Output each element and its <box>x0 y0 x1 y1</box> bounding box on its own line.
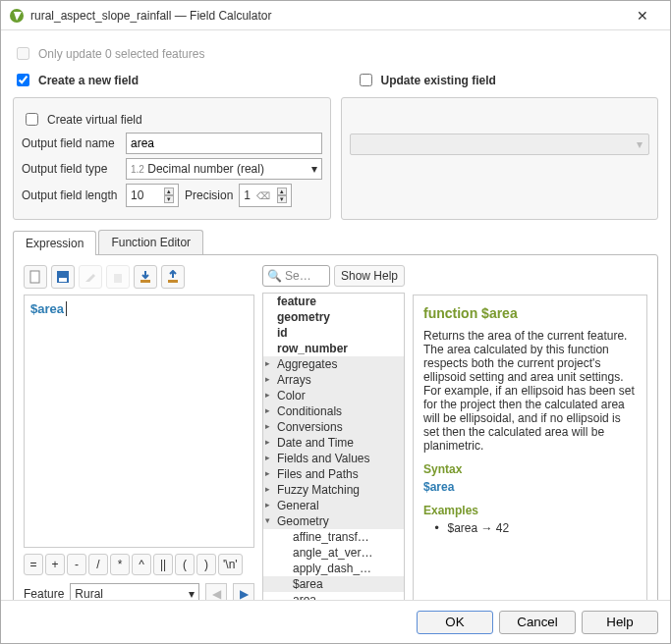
svg-rect-3 <box>59 278 67 282</box>
function-tree[interactable]: featuregeometryidrow_number▸Aggregates▸A… <box>262 293 405 600</box>
output-name-label: Output field name <box>22 136 120 150</box>
search-icon: 🔍 <box>267 269 282 283</box>
clear-icon[interactable]: ⌫ <box>256 190 270 201</box>
only-update-label: Only update 0 selected features <box>38 47 204 61</box>
close-icon[interactable]: ✕ <box>623 8 662 24</box>
function-search-input[interactable]: 🔍 Se… <box>262 265 330 287</box>
create-virtual-row[interactable]: Create virtual field <box>22 110 322 129</box>
update-field-select: ▾ <box>350 134 650 155</box>
precision-spin[interactable]: 1 ⌫ ▴▾ <box>239 184 292 207</box>
chevron-right-icon: ▸ <box>265 468 270 478</box>
precision-label: Precision <box>185 188 233 202</box>
new-file-icon[interactable] <box>24 265 47 289</box>
chevron-right-icon: ▸ <box>265 405 270 415</box>
update-existing-checkbox[interactable] <box>360 74 372 86</box>
tree-group[interactable]: ▸Fields and Values <box>263 451 404 466</box>
chevron-down-icon: ▾ <box>189 587 195 600</box>
chevron-right-icon: ▸ <box>265 358 270 368</box>
help-button[interactable]: Help <box>582 611 658 634</box>
spin-down-icon[interactable]: ▾ <box>164 195 174 203</box>
svg-rect-5 <box>140 280 150 283</box>
create-new-row[interactable]: Create a new field <box>13 71 316 89</box>
chevron-right-icon: ▸ <box>265 500 270 510</box>
show-help-button[interactable]: Show Help <box>334 265 405 287</box>
chevron-right-icon: ▸ <box>265 390 270 400</box>
titlebar: rural_aspect_slope_rainfall — Field Calc… <box>1 1 670 30</box>
tree-function[interactable]: apply_dash_… <box>263 561 404 576</box>
svg-rect-4 <box>114 274 122 283</box>
new-field-panel: Create virtual field Output field name O… <box>13 97 331 220</box>
spin-up-icon[interactable]: ▴ <box>277 188 287 195</box>
output-name-input[interactable] <box>126 133 322 154</box>
tree-group[interactable]: ▸Date and Time <box>263 435 404 451</box>
feature-select[interactable]: Rural ▾ <box>70 583 199 600</box>
tree-group[interactable]: ▸General <box>263 498 404 513</box>
cancel-button[interactable]: Cancel <box>499 611 576 634</box>
tree-function[interactable]: $area <box>263 576 404 592</box>
operator-button[interactable]: / <box>88 554 108 575</box>
spin-down-icon[interactable]: ▾ <box>277 195 287 203</box>
only-update-row: Only update 0 selected features <box>13 44 658 63</box>
prev-feature-button[interactable]: ◀ <box>205 583 227 600</box>
update-existing-row[interactable]: Update existing field <box>356 71 659 89</box>
operator-button[interactable]: * <box>110 554 130 575</box>
tree-item[interactable]: row_number <box>263 341 404 356</box>
chevron-right-icon: ▸ <box>265 437 270 447</box>
tree-group[interactable]: ▾Geometry <box>263 513 404 529</box>
tree-item[interactable]: geometry <box>263 309 404 325</box>
tree-group[interactable]: ▸Conditionals <box>263 403 404 419</box>
feature-label: Feature <box>24 587 64 600</box>
operator-button[interactable]: || <box>153 554 173 575</box>
spin-up-icon[interactable]: ▴ <box>164 188 174 195</box>
help-title: function $area <box>423 305 637 321</box>
chevron-right-icon: ▸ <box>265 421 270 431</box>
export-icon[interactable] <box>161 265 185 289</box>
update-field-panel: ▾ <box>341 97 659 220</box>
chevron-down-icon: ▾ <box>265 515 270 525</box>
tab-expression[interactable]: Expression <box>13 231 96 255</box>
help-body: Returns the area of the current feature.… <box>423 329 637 453</box>
tree-item[interactable]: feature <box>263 294 404 309</box>
tree-function[interactable]: affine_transf… <box>263 529 404 545</box>
output-length-spin[interactable]: 10 ▴▾ <box>126 184 179 207</box>
operator-button[interactable]: '\n' <box>218 554 243 575</box>
expression-editor[interactable]: $area <box>24 295 254 548</box>
only-update-checkbox <box>17 47 29 60</box>
operator-button[interactable]: = <box>24 554 43 575</box>
ok-button[interactable]: OK <box>417 611 493 634</box>
create-new-checkbox[interactable] <box>17 74 29 86</box>
tree-function[interactable]: angle_at_ver… <box>263 545 404 561</box>
operator-button[interactable]: + <box>45 554 65 575</box>
operator-button[interactable]: ( <box>175 554 195 575</box>
svg-rect-1 <box>30 271 39 283</box>
import-icon[interactable] <box>134 265 157 289</box>
save-icon[interactable] <box>51 265 75 289</box>
help-syntax-label: Syntax <box>423 462 637 476</box>
update-existing-label: Update existing field <box>381 74 496 87</box>
window-title: rural_aspect_slope_rainfall — Field Calc… <box>30 9 623 23</box>
tree-group[interactable]: ▸Color <box>263 388 404 403</box>
create-virtual-checkbox[interactable] <box>26 113 38 126</box>
operator-row: =+-/*^||()'\n' <box>24 554 254 575</box>
field-calculator-window: rural_aspect_slope_rainfall — Field Calc… <box>0 0 671 644</box>
svg-rect-6 <box>168 280 178 283</box>
dialog-buttons: OK Cancel Help <box>1 600 670 643</box>
chevron-right-icon: ▸ <box>265 374 270 384</box>
operator-button[interactable]: ) <box>196 554 216 575</box>
tree-item[interactable]: id <box>263 325 404 341</box>
create-virtual-label: Create virtual field <box>47 113 142 127</box>
chevron-right-icon: ▸ <box>265 484 270 494</box>
next-feature-button[interactable]: ▶ <box>233 583 254 600</box>
tree-group[interactable]: ▸Aggregates <box>263 356 404 372</box>
tree-group[interactable]: ▸Arrays <box>263 372 404 388</box>
operator-button[interactable]: - <box>67 554 86 575</box>
output-type-label: Output field type <box>22 162 120 176</box>
operator-button[interactable]: ^ <box>132 554 151 575</box>
tree-group[interactable]: ▸Fuzzy Matching <box>263 482 404 498</box>
help-examples-label: Examples <box>423 504 637 517</box>
tree-function[interactable]: area <box>263 592 404 600</box>
tab-function-editor[interactable]: Function Editor <box>98 230 203 254</box>
tree-group[interactable]: ▸Files and Paths <box>263 466 404 482</box>
tree-group[interactable]: ▸Conversions <box>263 419 404 435</box>
output-type-select[interactable]: 1.2 Decimal number (real) ▾ <box>126 158 322 180</box>
